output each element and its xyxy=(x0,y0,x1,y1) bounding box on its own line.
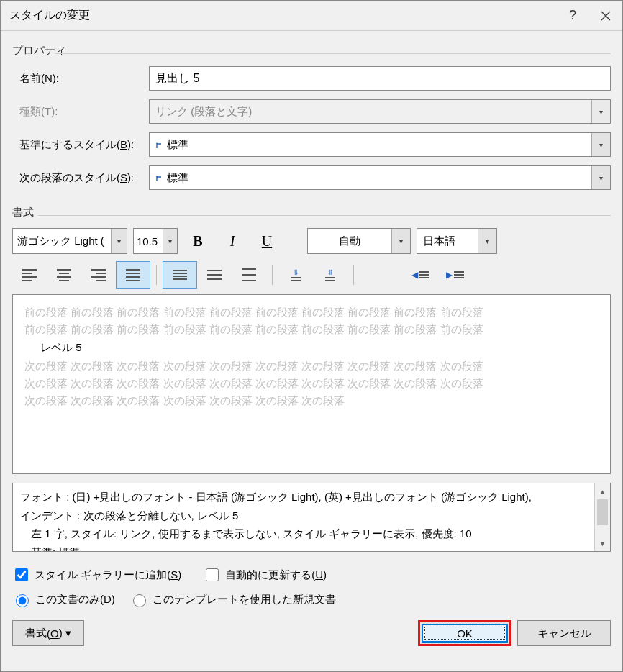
align-justify-button[interactable] xyxy=(116,261,150,289)
space-after-button[interactable]: ⥯ xyxy=(313,261,347,289)
line-spacing-2-button[interactable] xyxy=(232,261,266,289)
type-label: 種類(T): xyxy=(12,105,149,119)
doc-only-radio[interactable]: この文書のみ(D) xyxy=(12,592,115,607)
help-button[interactable]: ? xyxy=(556,1,589,31)
chevron-down-icon: ▾ xyxy=(591,100,610,123)
size-value: 10.5 xyxy=(134,235,163,248)
align-center-icon xyxy=(57,269,71,281)
preview-sample-text: レベル 5 xyxy=(24,338,599,358)
font-value: 游ゴシック Light ( xyxy=(13,235,111,248)
color-value: 自動 xyxy=(308,235,391,248)
chevron-down-icon[interactable]: ▾ xyxy=(111,229,127,253)
based-on-value: 標準 xyxy=(167,138,188,152)
preview-prev-line: 前の段落 前の段落 前の段落 前の段落 前の段落 前の段落 前の段落 前の段落 … xyxy=(24,304,599,321)
template-radio[interactable]: このテンプレートを使用した新規文書 xyxy=(129,592,336,607)
underline-button[interactable]: U xyxy=(253,228,281,254)
italic-button[interactable]: I xyxy=(218,228,247,254)
space-after-icon: ⥯ xyxy=(325,268,335,281)
cancel-button[interactable]: キャンセル xyxy=(517,620,611,646)
ok-button[interactable]: OK xyxy=(418,620,511,646)
scroll-down-button[interactable]: ▼ xyxy=(595,535,610,551)
align-justify-icon xyxy=(126,269,140,281)
type-combo: リンク (段落と文字) ▾ xyxy=(149,99,611,124)
align-center-button[interactable] xyxy=(47,261,81,289)
add-to-gallery-checkbox[interactable]: スタイル ギャラリーに追加(S) xyxy=(12,566,181,584)
bold-button[interactable]: B xyxy=(183,228,212,254)
description-box: フォント : (日) +見出しのフォント - 日本語 (游ゴシック Light)… xyxy=(12,483,611,552)
chevron-down-icon[interactable]: ▾ xyxy=(163,229,177,253)
properties-group-label: プロパティ xyxy=(12,44,611,58)
close-button[interactable] xyxy=(589,1,622,31)
name-label: 名前(N): xyxy=(12,72,149,86)
preview-box: 前の段落 前の段落 前の段落 前の段落 前の段落 前の段落 前の段落 前の段落 … xyxy=(12,294,611,474)
decrease-indent-icon: ◀ xyxy=(411,270,429,280)
chevron-down-icon[interactable]: ▾ xyxy=(591,166,610,189)
based-on-label: 基準にするスタイル(B): xyxy=(12,138,149,152)
increase-indent-button[interactable]: ▶ xyxy=(437,261,472,289)
next-para-combo[interactable]: 標準 ▾ xyxy=(149,165,611,190)
close-icon xyxy=(601,11,611,21)
dialog-title: スタイルの変更 xyxy=(9,8,556,23)
line-spacing-1-button[interactable] xyxy=(163,261,197,289)
lang-value: 日本語 xyxy=(417,235,478,248)
font-combo[interactable]: 游ゴシック Light ( ▾ xyxy=(12,228,127,254)
next-para-label: 次の段落のスタイル(S): xyxy=(12,171,149,185)
chevron-down-icon[interactable]: ▾ xyxy=(391,229,410,253)
chevron-down-icon[interactable]: ▾ xyxy=(591,133,610,156)
scroll-up-button[interactable]: ▲ xyxy=(595,483,610,499)
scroll-thumb[interactable] xyxy=(597,499,608,525)
modify-style-dialog: スタイルの変更 ? プロパティ 名前(N): 種類(T): リンク (段落と文字… xyxy=(0,0,623,672)
format-group-label: 書式 xyxy=(12,206,611,220)
next-para-value: 標準 xyxy=(167,171,188,185)
line-spacing-15-button[interactable] xyxy=(197,261,232,289)
paragraph-mark-icon xyxy=(155,174,164,183)
space-before-icon: ⥮ xyxy=(291,268,301,281)
line-spacing-15-icon xyxy=(207,270,222,280)
title-bar: スタイルの変更 ? xyxy=(1,1,622,31)
align-right-button[interactable] xyxy=(81,261,116,289)
language-combo[interactable]: 日本語 ▾ xyxy=(417,228,497,254)
font-color-combo[interactable]: 自動 ▾ xyxy=(307,228,411,254)
description-scrollbar[interactable]: ▲ ▼ xyxy=(594,483,610,551)
based-on-combo[interactable]: 標準 ▾ xyxy=(149,132,611,157)
type-value: リンク (段落と文字) xyxy=(155,105,252,119)
decrease-indent-button[interactable]: ◀ xyxy=(403,261,437,289)
line-spacing-1-icon xyxy=(173,270,187,280)
align-left-button[interactable] xyxy=(12,261,47,289)
space-before-button[interactable]: ⥮ xyxy=(278,261,313,289)
align-left-icon xyxy=(22,269,37,281)
paragraph-mark-icon xyxy=(155,141,164,150)
format-menu-button[interactable]: 書式(O) ▾ xyxy=(12,620,84,646)
name-input[interactable] xyxy=(149,66,611,91)
line-spacing-2-icon xyxy=(242,268,256,281)
chevron-down-icon[interactable]: ▾ xyxy=(478,229,496,253)
preview-next-line: 次の段落 次の段落 次の段落 次の段落 次の段落 次の段落 次の段落 次の段落 … xyxy=(24,358,599,375)
auto-update-checkbox[interactable]: 自動的に更新する(U) xyxy=(203,566,327,584)
increase-indent-icon: ▶ xyxy=(446,270,464,280)
align-right-icon xyxy=(91,269,106,281)
font-size-combo[interactable]: 10.5 ▾ xyxy=(133,228,178,254)
